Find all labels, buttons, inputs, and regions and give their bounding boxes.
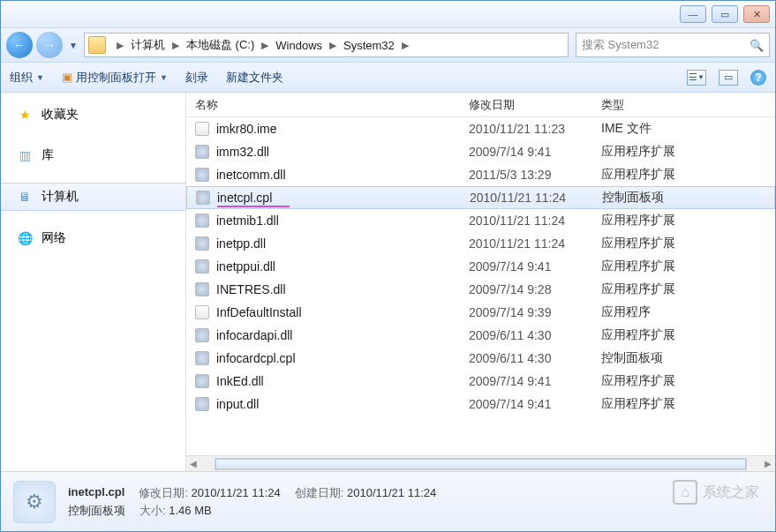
gear-icon: ⚙ <box>13 481 56 523</box>
file-row[interactable]: imm32.dll2009/7/14 9:41应用程序扩展 <box>186 140 775 163</box>
file-icon <box>195 282 209 296</box>
preview-pane-button[interactable]: ▭ <box>719 70 738 86</box>
chevron-right-icon[interactable]: ▶ <box>256 40 274 51</box>
new-folder-button[interactable]: 新建文件夹 <box>226 70 283 86</box>
file-icon <box>195 374 209 388</box>
chevron-right-icon[interactable]: ▶ <box>396 40 414 51</box>
file-name: infocardcpl.cpl <box>216 351 296 365</box>
file-rows: imkr80.ime2010/11/21 11:23IME 文件imm32.dl… <box>186 117 775 455</box>
help-button[interactable]: ? <box>750 70 766 86</box>
column-date[interactable]: 修改日期 <box>469 97 601 113</box>
file-row[interactable]: INETRES.dll2009/7/14 9:28应用程序扩展 <box>186 278 775 301</box>
file-name: infocardapi.dll <box>216 328 292 342</box>
search-input[interactable]: 搜索 System32 🔍 <box>576 33 770 57</box>
close-button[interactable]: ✕ <box>743 5 770 23</box>
sidebar-item-libraries[interactable]: ▥库 <box>1 142 185 169</box>
back-button[interactable]: ← <box>6 32 33 58</box>
file-icon <box>195 236 209 251</box>
file-row[interactable]: infocardapi.dll2009/6/11 4:30应用程序扩展 <box>186 324 775 347</box>
file-date: 2009/7/14 9:41 <box>469 145 601 159</box>
scroll-right-icon[interactable]: ▶ <box>761 459 775 468</box>
chevron-right-icon[interactable]: ▶ <box>324 40 342 51</box>
view-menu[interactable]: ☰ ▼ <box>687 70 706 86</box>
file-date: 2009/7/14 9:41 <box>469 374 601 388</box>
file-name: InkEd.dll <box>216 374 264 388</box>
computer-icon: 🖥 <box>17 189 33 205</box>
scroll-left-icon[interactable]: ◀ <box>186 459 200 468</box>
watermark: ⌂ 系统之家 <box>673 480 759 505</box>
sidebar-item-favorites[interactable]: ★收藏夹 <box>1 101 185 128</box>
column-name[interactable]: 名称 <box>195 97 469 113</box>
file-row[interactable]: inetmib1.dll2010/11/21 11:24应用程序扩展 <box>186 209 775 232</box>
file-row[interactable]: inetpp.dll2010/11/21 11:24应用程序扩展 <box>186 232 775 255</box>
chevron-right-icon[interactable]: ▶ <box>111 40 129 51</box>
chevron-down-icon: ▼ <box>36 73 44 82</box>
chevron-down-icon: ▼ <box>160 73 168 82</box>
open-control-panel-menu[interactable]: ▣用控制面板打开▼ <box>62 70 168 86</box>
column-type[interactable]: 类型 <box>601 97 775 113</box>
file-row[interactable]: inetcpl.cpl2010/11/21 11:24控制面板项 <box>186 186 775 209</box>
organize-menu[interactable]: 组织▼ <box>10 70 44 86</box>
minimize-button[interactable]: — <box>680 5 706 23</box>
file-date: 2009/6/11 4:30 <box>469 328 601 342</box>
address-bar[interactable]: ▶ 计算机 ▶ 本地磁盘 (C:) ▶ Windows ▶ System32 ▶ <box>84 33 569 57</box>
file-row[interactable]: input.dll2009/7/14 9:41应用程序扩展 <box>186 393 775 416</box>
file-icon <box>195 168 209 182</box>
file-name: inetcpl.cpl <box>217 191 272 205</box>
file-icon <box>195 122 209 136</box>
sidebar-label: 网络 <box>41 230 66 246</box>
file-row[interactable]: InkEd.dll2009/7/14 9:41应用程序扩展 <box>186 370 775 393</box>
file-icon <box>195 328 209 342</box>
search-icon: 🔍 <box>750 39 764 52</box>
file-row[interactable]: inetppui.dll2009/7/14 9:41应用程序扩展 <box>186 255 775 278</box>
explorer-window: — ▭ ✕ ← → ▼ ▶ 计算机 ▶ 本地磁盘 (C:) ▶ Windows … <box>0 0 776 532</box>
breadcrumb-windows[interactable]: Windows <box>274 39 324 52</box>
file-date: 2010/11/21 11:23 <box>469 122 601 136</box>
chevron-right-icon[interactable]: ▶ <box>167 40 185 51</box>
sidebar-item-computer[interactable]: 🖥计算机 <box>1 183 185 211</box>
highlight-underline <box>217 206 290 207</box>
file-type: 应用程序扩展 <box>601 373 775 389</box>
titlebar: — ▭ ✕ <box>1 1 775 27</box>
file-date: 2010/11/21 11:24 <box>470 191 602 205</box>
file-name: imm32.dll <box>216 145 269 159</box>
sidebar-item-network[interactable]: 🌐网络 <box>1 225 185 251</box>
watermark-logo-icon: ⌂ <box>673 480 697 505</box>
file-date: 2011/5/3 13:29 <box>469 168 601 182</box>
details-created: 2010/11/21 11:24 <box>347 486 436 499</box>
maximize-button[interactable]: ▭ <box>712 5 738 23</box>
file-type: 应用程序扩展 <box>601 396 775 412</box>
main-area: ★收藏夹 ▥库 🖥计算机 🌐网络 名称 修改日期 类型 imkr80.ime20… <box>1 93 775 471</box>
breadcrumb-computer[interactable]: 计算机 <box>129 37 167 53</box>
file-row[interactable]: imkr80.ime2010/11/21 11:23IME 文件 <box>186 117 775 140</box>
file-name: INETRES.dll <box>216 282 286 296</box>
file-name: inetcomm.dll <box>216 168 286 182</box>
file-icon <box>195 214 209 228</box>
file-row[interactable]: infocardcpl.cpl2009/6/11 4:30控制面板项 <box>186 347 775 370</box>
file-type: 应用程序扩展 <box>601 213 775 229</box>
file-date: 2010/11/21 11:24 <box>469 214 601 228</box>
file-type: 应用程序扩展 <box>601 144 775 160</box>
breadcrumb-drive[interactable]: 本地磁盘 (C:) <box>185 37 256 53</box>
navbar: ← → ▼ ▶ 计算机 ▶ 本地磁盘 (C:) ▶ Windows ▶ Syst… <box>1 27 775 63</box>
file-row[interactable]: InfDefaultInstall2009/7/14 9:39应用程序 <box>186 301 775 324</box>
burn-button[interactable]: 刻录 <box>185 70 208 86</box>
file-type: 应用程序扩展 <box>601 259 775 274</box>
file-icon <box>195 145 209 159</box>
scrollbar-thumb[interactable] <box>215 459 746 469</box>
library-icon: ▥ <box>17 147 33 163</box>
horizontal-scrollbar[interactable]: ◀ ▶ <box>186 455 775 471</box>
details-size-label: 大小: <box>139 504 166 517</box>
file-type: 控制面板项 <box>602 190 774 206</box>
breadcrumb-system32[interactable]: System32 <box>342 39 396 52</box>
file-row[interactable]: inetcomm.dll2011/5/3 13:29应用程序扩展 <box>186 163 775 186</box>
column-headers: 名称 修改日期 类型 <box>186 93 775 117</box>
file-icon <box>195 397 209 411</box>
forward-button[interactable]: → <box>36 32 63 58</box>
file-type: 应用程序扩展 <box>601 167 775 183</box>
file-name: imkr80.ime <box>216 122 276 136</box>
file-icon <box>195 351 209 365</box>
file-name: inetpp.dll <box>216 236 266 251</box>
history-dropdown[interactable]: ▼ <box>66 41 80 50</box>
details-filename: inetcpl.cpl <box>68 485 124 501</box>
